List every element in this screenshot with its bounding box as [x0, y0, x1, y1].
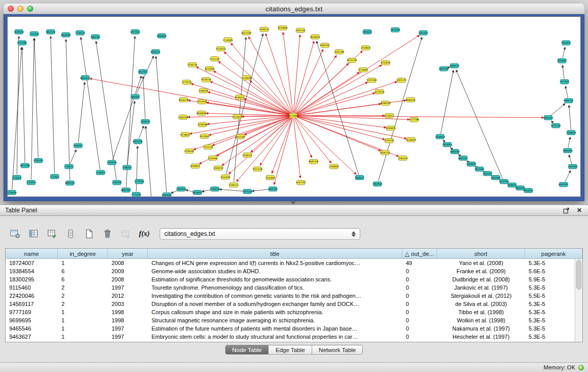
graph-node[interactable]: 1650334 — [14, 30, 24, 34]
graph-node[interactable]: 1838024 — [435, 135, 445, 139]
graph-node[interactable]: 8925236 — [133, 139, 143, 144]
graph-node[interactable]: 1961437 — [418, 31, 428, 35]
new-column-button[interactable] — [82, 227, 96, 240]
graph-node[interactable]: 8645236 — [309, 159, 319, 164]
graph-node[interactable]: 2301136 — [295, 28, 306, 33]
column-header-name[interactable]: name — [6, 249, 58, 258]
graph-node[interactable]: 8954446 — [491, 176, 501, 180]
graph-node[interactable]: 7873350 — [390, 28, 401, 32]
graph-node[interactable]: 1727815 — [50, 174, 60, 179]
table-row[interactable]: 977716911998Corpus callosum shape and si… — [6, 308, 575, 316]
table-select-dropdown[interactable]: citations_edges.txt — [160, 228, 360, 240]
graph-node[interactable]: 8620653 — [310, 35, 320, 39]
function-builder-button[interactable]: f(x) — [137, 227, 151, 240]
graph-node[interactable]: 2182260 — [178, 115, 188, 120]
panel-resize-handle[interactable] — [287, 201, 300, 205]
table-row[interactable]: 969969511998Structural magnetic resonanc… — [6, 316, 575, 324]
graph-node[interactable]: 9267242 — [296, 180, 306, 185]
graph-node[interactable]: 8612540 — [242, 31, 252, 35]
graph-node[interactable]: 7786637 — [122, 165, 133, 170]
graph-node[interactable]: 8568817 — [190, 164, 201, 168]
graph-node[interactable]: 8975236 — [551, 123, 561, 128]
graph-node[interactable]: 2241250 — [384, 138, 395, 143]
graph-node[interactable]: 1683345 — [91, 35, 101, 39]
graph-node[interactable]: 8986237 — [563, 98, 574, 103]
graph-node[interactable]: 7847318 — [439, 67, 449, 71]
window-titlebar[interactable]: citations_edges.txt — [4, 4, 584, 14]
graph-node[interactable]: 2210845 — [358, 68, 368, 72]
graph-node[interactable]: 8871188 — [20, 163, 30, 168]
graph-node[interactable]: 8862337 — [80, 76, 91, 80]
graph-node[interactable]: 2230917 — [384, 114, 395, 118]
graph-node[interactable]: 7766658 — [107, 160, 117, 165]
graph-node[interactable]: 7513024 — [197, 99, 207, 104]
graph-node[interactable]: 8637269 — [235, 135, 246, 139]
graph-node[interactable]: 2341864 — [266, 176, 276, 180]
graph-node[interactable]: 2222618 — [375, 90, 385, 94]
table-scrollbar[interactable] — [575, 259, 582, 342]
graph-node[interactable]: 2118045 — [223, 37, 233, 42]
tab-node-table[interactable]: Node Table — [226, 345, 269, 354]
graph-node[interactable]: 8231064 — [205, 67, 215, 71]
close-panel-icon[interactable]: ✕ — [576, 207, 583, 214]
edit-table-button[interactable] — [45, 227, 59, 240]
graph-node[interactable]: 9228019 — [406, 137, 417, 142]
graph-node[interactable]: 8893347 — [121, 188, 132, 192]
graph-node[interactable]: 1949246 — [568, 164, 578, 169]
graph-node[interactable]: 9152061 — [200, 134, 210, 139]
graph-node[interactable]: 1716632 — [12, 176, 22, 180]
table-row[interactable]: 1872400712008Changes of HCN gene express… — [6, 259, 575, 267]
column-header-short[interactable]: short — [437, 249, 525, 258]
graph-node[interactable]: 7823350 — [474, 167, 485, 171]
graph-node[interactable]: 2140287 — [199, 89, 209, 93]
table-row[interactable]: 1938455462009Genome-wide association stu… — [6, 267, 575, 275]
row-options-button[interactable] — [63, 227, 78, 240]
graph-node[interactable]: 9163504 — [221, 175, 231, 180]
close-window-button[interactable] — [8, 6, 14, 12]
graph-node[interactable]: 2201148 — [334, 50, 344, 54]
graph-node[interactable]: 2125742 — [210, 57, 220, 61]
graph-node[interactable]: 2168115 — [229, 183, 239, 187]
graph-node[interactable]: 1972558 — [130, 30, 140, 34]
graph-node[interactable]: 8588149 — [381, 101, 391, 105]
graph-node[interactable]: 2151120 — [203, 145, 213, 149]
graph-node[interactable]: 2290215 — [259, 27, 270, 32]
graph-node[interactable]: 1661170 — [46, 30, 56, 34]
network-canvas[interactable]: 1872400721180459120533212574282310649136… — [7, 16, 581, 197]
graph-node[interactable]: 1672208 — [17, 40, 27, 45]
graph-node[interactable]: 1894236 — [449, 63, 460, 68]
graph-node[interactable]: 8554120 — [179, 97, 189, 102]
graph-node[interactable]: 1749246 — [112, 180, 122, 185]
graph-node[interactable]: 7759470 — [26, 180, 36, 185]
column-header-out_de[interactable]: △ out_de... — [402, 249, 437, 258]
graph-node[interactable]: 1905242 — [543, 116, 554, 120]
table-row[interactable]: 946362711997Embryonic stem cells: a mode… — [6, 333, 575, 341]
graph-node[interactable]: 9239864 — [277, 26, 288, 30]
graph-node[interactable]: 1805242 — [268, 187, 278, 191]
graph-node[interactable]: 1750638 — [7, 190, 17, 195]
graph-node[interactable]: 2272588 — [409, 117, 420, 122]
graph-node[interactable]: 7816658 — [442, 142, 452, 147]
column-header-pagerank[interactable]: pagerank — [525, 249, 582, 258]
graph-node[interactable]: 1916632 — [561, 40, 571, 45]
graph-node[interactable]: 7723341 — [29, 32, 39, 36]
graph-node[interactable]: 8914453 — [192, 190, 203, 195]
graph-node[interactable]: 1938024 — [566, 130, 576, 135]
graph-node[interactable]: 2250824 — [361, 46, 371, 50]
import-table-button[interactable] — [119, 227, 133, 240]
graph-node[interactable]: 7856647 — [557, 58, 568, 63]
graph-node[interactable]: 8997347 — [558, 182, 569, 187]
graph-node[interactable]: 7773350 — [131, 192, 141, 197]
graph-node[interactable]: 2322815 — [232, 115, 243, 119]
tab-edge-table[interactable]: Edge Table — [269, 345, 312, 354]
graph-node[interactable]: 2310428 — [242, 76, 252, 80]
graph-node[interactable]: 8038845 — [197, 111, 207, 116]
graph-node[interactable]: 7536210 — [187, 62, 198, 67]
table-row[interactable]: 1830029562008Estimation of significance … — [6, 275, 575, 283]
graph-node[interactable]: 9257238 — [253, 167, 263, 171]
graph-node[interactable]: 1983924 — [373, 182, 383, 186]
graph-node[interactable]: 9204428 — [386, 126, 396, 130]
graph-node[interactable]: 2144584 — [198, 122, 208, 127]
graph-node[interactable]: 8936237 — [150, 50, 161, 54]
graph-node[interactable]: 9185201 — [320, 43, 330, 48]
